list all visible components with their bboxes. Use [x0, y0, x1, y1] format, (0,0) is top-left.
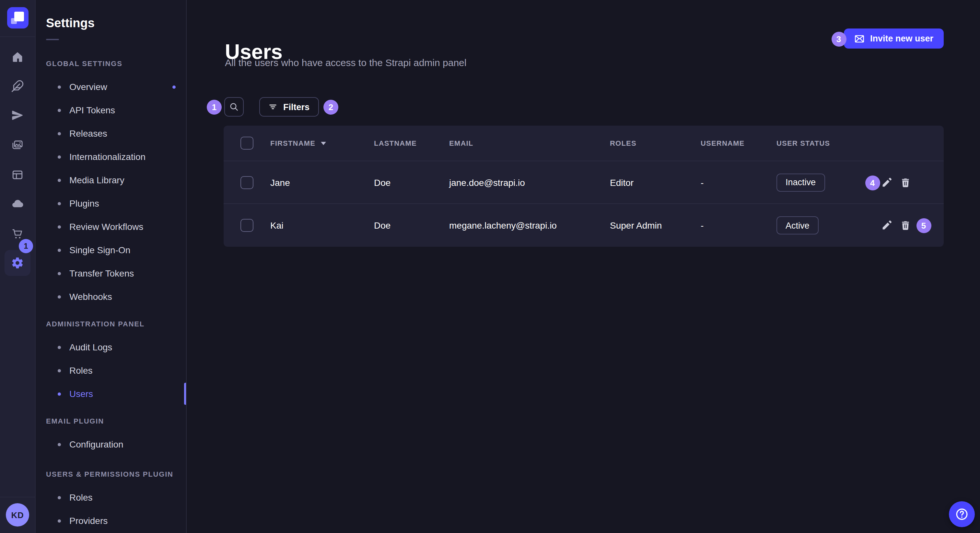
section-header-administration-panel: Administration Panel — [36, 312, 186, 335]
settings-notification-badge: 1 — [19, 239, 33, 253]
sidebar-item-internationalization[interactable]: Internationalization — [36, 145, 186, 168]
sidebar-item-users[interactable]: Users — [36, 382, 186, 405]
column-header-lastname: Lastname — [374, 139, 449, 147]
edit-pencil-icon[interactable] — [881, 177, 892, 189]
strapi-logo[interactable] — [7, 7, 29, 29]
sidebar-item-admin-roles[interactable]: Roles — [36, 359, 186, 382]
cell-email: megane.lacheny@strapi.io — [449, 220, 610, 230]
divider — [0, 497, 35, 497]
main-content: Users All the users who have access to t… — [187, 0, 980, 533]
layout-icon[interactable] — [5, 162, 30, 188]
cell-lastname: Doe — [374, 220, 449, 230]
column-header-user-status: User status — [776, 139, 865, 147]
subnav-title: Settings — [46, 16, 95, 31]
divider — [0, 36, 35, 37]
sidebar-item-webhooks[interactable]: Webhooks — [36, 285, 186, 308]
annotation-badge-5: 5 — [916, 218, 931, 233]
sidebar-item-releases[interactable]: Releases — [36, 122, 186, 145]
cell-firstname: Jane — [270, 177, 374, 187]
sidebar-item-single-sign-on[interactable]: Single Sign-On — [36, 238, 186, 262]
search-icon — [229, 102, 239, 112]
icon-rail: 1 KD — [0, 0, 36, 533]
mail-icon — [854, 33, 865, 44]
delete-trash-icon[interactable] — [900, 177, 911, 189]
title-underline — [46, 39, 59, 40]
sort-caret-icon — [320, 141, 326, 145]
section-header-email-plugin: Email Plugin — [36, 409, 186, 433]
column-header-email: Email — [449, 139, 610, 147]
section-header-global-settings: Global settings — [36, 52, 186, 75]
sidebar-item-review-workflows[interactable]: Review Workflows — [36, 215, 186, 238]
filter-icon — [268, 102, 277, 111]
column-header-roles: Roles — [610, 139, 701, 147]
column-header-firstname[interactable]: Firstname — [270, 139, 374, 147]
settings-nav-list: Global settings Overview API Tokens Rele… — [36, 52, 186, 532]
home-icon[interactable] — [5, 44, 30, 70]
status-badge: Active — [776, 216, 819, 235]
delete-trash-icon[interactable] — [900, 219, 911, 231]
sidebar-item-plugins[interactable]: Plugins — [36, 192, 186, 215]
invite-new-user-button[interactable]: Invite new user — [844, 29, 944, 49]
page-subtitle: All the users who have access to the Str… — [225, 57, 466, 68]
status-badge: Inactive — [776, 173, 825, 191]
section-header-users-permissions-plugin: Users & Permissions plugin — [36, 462, 186, 486]
sidebar-item-api-tokens[interactable]: API Tokens — [36, 98, 186, 122]
cell-username: - — [701, 177, 776, 187]
select-all-checkbox[interactable] — [240, 136, 253, 150]
annotation-badge-4: 4 — [865, 175, 880, 190]
help-button[interactable] — [949, 501, 975, 527]
table-row: Kai Doe megane.lacheny@strapi.io Super A… — [224, 204, 944, 247]
search-button[interactable] — [224, 97, 244, 117]
filters-button[interactable]: Filters — [259, 97, 318, 117]
cell-email: jane.doe@strapi.io — [449, 177, 610, 187]
cell-username: - — [701, 220, 776, 230]
cell-roles: Editor — [610, 177, 701, 187]
sidebar-item-transfer-tokens[interactable]: Transfer Tokens — [36, 262, 186, 285]
sidebar-item-providers[interactable]: Providers — [36, 509, 186, 532]
strapi-admin-window: 1 KD Settings Global settings Overview A… — [0, 0, 980, 533]
column-header-username: Username — [701, 139, 776, 147]
paper-plane-icon[interactable] — [5, 102, 30, 128]
cell-firstname: Kai — [270, 220, 374, 230]
sidebar-item-up-roles[interactable]: Roles — [36, 486, 186, 509]
notification-dot — [172, 85, 176, 89]
annotation-badge-3: 3 — [831, 32, 846, 47]
active-indicator — [184, 383, 186, 405]
sidebar-item-overview[interactable]: Overview — [36, 75, 186, 98]
question-mark-icon — [955, 507, 969, 521]
sidebar-item-audit-logs[interactable]: Audit Logs — [36, 335, 186, 359]
annotation-badge-2: 2 — [323, 99, 338, 114]
avatar[interactable]: KD — [6, 503, 29, 527]
edit-pencil-icon[interactable] — [881, 219, 892, 231]
settings-subnav: Settings Global settings Overview API To… — [36, 0, 187, 533]
row-checkbox[interactable] — [240, 176, 253, 189]
sidebar-item-configuration[interactable]: Configuration — [36, 433, 186, 456]
pictures-icon[interactable] — [5, 132, 30, 158]
cell-lastname: Doe — [374, 177, 449, 187]
table-row: Jane Doe jane.doe@strapi.io Editor - Ina… — [224, 161, 944, 204]
row-checkbox[interactable] — [240, 219, 253, 232]
annotation-badge-1: 1 — [207, 99, 222, 114]
feather-icon[interactable] — [5, 73, 30, 99]
table-header-row: Firstname Lastname Email Roles Username … — [224, 125, 944, 161]
cloud-icon[interactable] — [5, 191, 30, 217]
sidebar-item-media-library[interactable]: Media Library — [36, 168, 186, 192]
gear-icon[interactable] — [5, 250, 30, 276]
cell-roles: Super Admin — [610, 220, 701, 230]
strapi-logo-shape — [14, 12, 24, 21]
users-table-card: Firstname Lastname Email Roles Username … — [224, 125, 944, 247]
